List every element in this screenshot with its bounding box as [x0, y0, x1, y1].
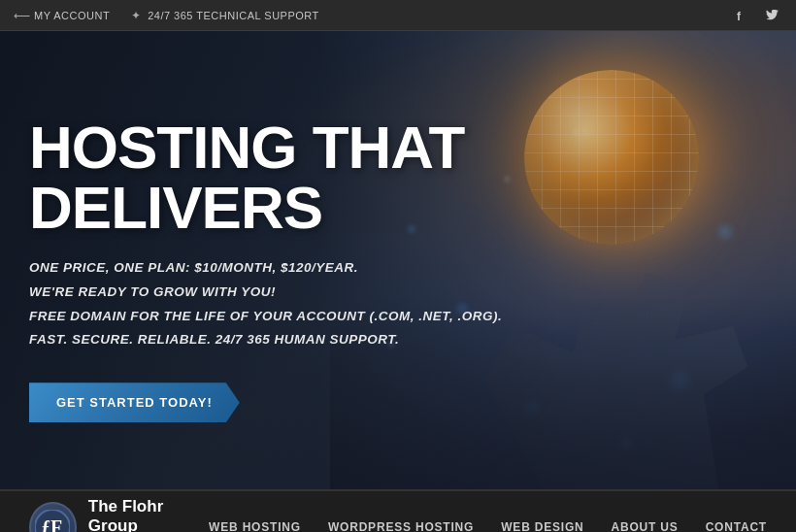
footer-link-contact[interactable]: CONTACT [706, 520, 767, 532]
footer-nav: ƒF The Flohr Group Connect Design Humani… [0, 489, 796, 532]
logo-text: The Flohr Group Connect Design Humanize [88, 497, 209, 532]
footer-link-about-us[interactable]: ABOUT US [612, 520, 679, 532]
cta-button[interactable]: GET STARTED TODAY! [29, 382, 240, 422]
footer-link-web-hosting[interactable]: WEB HOSTING [209, 520, 301, 532]
facebook-icon[interactable]: f [734, 7, 751, 24]
svg-text:ƒF: ƒF [41, 516, 62, 532]
account-label: MY ACCOUNT [34, 10, 110, 21]
social-links: f [734, 7, 780, 24]
footer-links: WEB HOSTING WORDPRESS HOSTING WEB DESIGN… [209, 520, 767, 532]
footer-link-wordpress-hosting[interactable]: WORDPRESS HOSTING [328, 520, 474, 532]
feature-3: Free Domain For The Life Of Your Account… [29, 308, 514, 326]
svg-text:f: f [737, 10, 742, 21]
hero-section: HOSTING THAT DELIVERS One Price, One Pla… [0, 31, 796, 489]
hero-title: HOSTING THAT DELIVERS [29, 117, 514, 238]
footer-link-web-design[interactable]: WEB DESIGN [501, 520, 583, 532]
support-link[interactable]: ✦ 24/7 365 TECHNICAL SUPPORT [129, 9, 319, 22]
logo-area: ƒF The Flohr Group Connect Design Humani… [29, 497, 209, 532]
hero-content: HOSTING THAT DELIVERS One Price, One Pla… [0, 31, 544, 489]
feature-4: Fast. Secure. Reliable. 24/7 365 Human S… [29, 331, 514, 349]
top-bar-left: ⟵ MY ACCOUNT ✦ 24/7 365 TECHNICAL SUPPOR… [16, 9, 319, 22]
twitter-icon[interactable] [763, 7, 780, 24]
top-bar: ⟵ MY ACCOUNT ✦ 24/7 365 TECHNICAL SUPPOR… [0, 0, 796, 31]
hero-features-list: One Price, One Plan: $10/Month, $120/Yea… [29, 259, 514, 356]
support-icon: ✦ [129, 9, 143, 22]
logo-icon: ƒF [29, 502, 77, 532]
account-icon: ⟵ [16, 9, 29, 22]
feature-2: We're Ready To Grow With You! [29, 283, 514, 302]
support-label: 24/7 365 TECHNICAL SUPPORT [148, 10, 319, 21]
my-account-link[interactable]: ⟵ MY ACCOUNT [16, 9, 110, 22]
logo-name: The Flohr Group [88, 497, 209, 532]
feature-1: One Price, One Plan: $10/Month, $120/Yea… [29, 259, 514, 278]
